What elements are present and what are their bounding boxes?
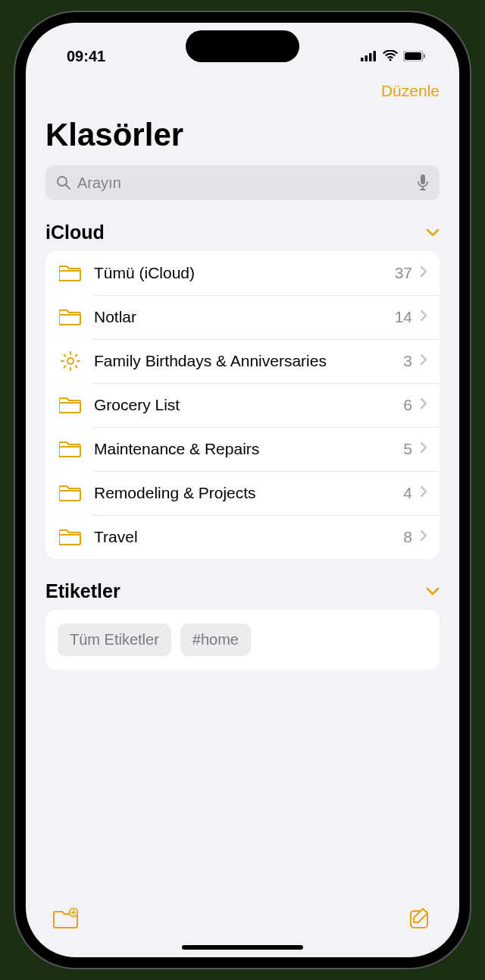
chevron-down-icon [426,226,440,240]
folder-row[interactable]: Maintenance & Repairs5 [45,427,440,471]
folder-name: Maintenance & Repairs [94,440,403,458]
folder-name: Family Birthdays & Anniversaries [94,352,403,370]
section-title-icloud: iCloud [45,221,105,243]
folder-name: Travel [94,528,403,546]
status-icons [361,48,426,65]
svg-rect-5 [405,52,421,60]
folder-row[interactable]: Family Birthdays & Anniversaries3 [45,339,440,383]
cellular-icon [361,48,377,65]
svg-rect-0 [361,58,364,61]
chevron-right-icon [420,309,427,325]
nav-bar: Düzenle [26,70,459,109]
folder-count: 37 [395,264,412,282]
chevron-right-icon [420,265,427,281]
phone-frame: 09:41 Düzenle Klasörler [15,12,470,968]
mic-icon[interactable] [417,174,429,191]
page-title: Klasörler [26,109,459,165]
svg-line-8 [66,185,70,189]
new-folder-button[interactable] [53,908,79,932]
compose-button[interactable] [409,907,432,933]
battery-icon [403,48,426,65]
folder-row[interactable]: Grocery List6 [45,383,440,427]
folder-name: Tümü (iCloud) [94,264,395,282]
screen: 09:41 Düzenle Klasörler [26,23,459,957]
tag-chip[interactable]: #home [180,623,251,656]
search-icon [56,175,71,190]
chevron-right-icon [420,397,427,413]
chevron-right-icon [420,441,427,457]
folder-count: 8 [403,528,412,546]
edit-button[interactable]: Düzenle [381,82,440,100]
chevron-right-icon [420,529,427,545]
folder-row[interactable]: Tümü (iCloud)37 [45,251,440,295]
folder-row[interactable]: Travel8 [45,515,440,559]
status-time: 09:41 [67,48,105,65]
folder-icon [59,526,82,548]
tags-container: Tüm Etiketler#home [45,610,440,670]
folder-count: 5 [403,440,412,458]
chevron-down-icon [426,585,440,598]
folder-icon [59,262,82,284]
notch [186,30,299,62]
section-header-tags[interactable]: Etiketler [26,576,459,610]
svg-rect-1 [365,55,368,61]
section-title-tags: Etiketler [45,580,120,602]
content-area: Düzenle Klasörler iCloud Tümü (iCloud)37… [26,70,459,957]
folder-count: 14 [395,308,412,326]
svg-rect-2 [369,53,372,61]
svg-rect-6 [424,54,425,58]
svg-rect-3 [374,51,377,61]
home-indicator[interactable] [182,945,303,950]
gear-icon [59,350,82,372]
wifi-icon [383,48,398,65]
tag-chip[interactable]: Tüm Etiketler [58,623,171,656]
folder-row[interactable]: Notlar14 [45,295,440,339]
chevron-right-icon [420,485,427,501]
chevron-right-icon [420,353,427,369]
folder-count: 6 [403,396,412,414]
search-bar[interactable] [45,165,440,200]
folder-list-icloud: Tümü (iCloud)37Notlar14Family Birthdays … [45,251,440,559]
folder-icon [59,306,82,328]
folder-row[interactable]: Remodeling & Projects4 [45,471,440,515]
folder-icon [59,482,82,504]
folder-name: Remodeling & Projects [94,484,403,502]
folder-name: Notlar [94,308,395,326]
svg-point-7 [58,177,67,186]
section-header-icloud[interactable]: iCloud [26,217,459,251]
folder-icon [59,438,82,460]
svg-point-14 [67,358,74,364]
folder-name: Grocery List [94,396,403,414]
svg-rect-9 [421,174,425,184]
folder-count: 3 [403,352,412,370]
folder-icon [59,394,82,416]
folder-count: 4 [403,484,412,502]
search-input[interactable] [77,174,417,192]
